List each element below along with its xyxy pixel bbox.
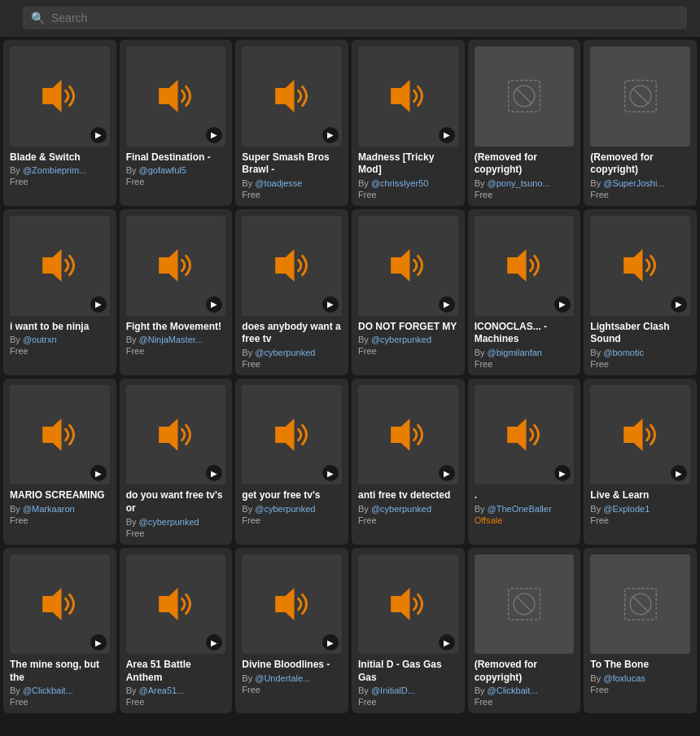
author-link[interactable]: @bomotic (603, 348, 644, 357)
list-item[interactable]: ▶i want to be ninjaBy @outrxnFree (3, 209, 116, 375)
list-item[interactable]: ▶Area 51 Battle AnthemBy @Area51...Free (120, 548, 233, 714)
play-button[interactable]: ▶ (206, 465, 222, 481)
item-price: Free (10, 515, 110, 525)
author-link[interactable]: @cyberpunked (371, 335, 431, 344)
item-thumbnail: ▶ (242, 46, 342, 147)
author-link[interactable]: @Undertale... (255, 673, 310, 683)
list-item[interactable]: (Removed for copyright)By @pony_tsuno...… (468, 40, 581, 206)
item-thumbnail: ▶ (590, 216, 690, 316)
play-button[interactable]: ▶ (554, 465, 571, 481)
play-button[interactable]: ▶ (90, 127, 107, 143)
svg-line-28 (517, 597, 532, 612)
list-item[interactable]: ▶Super Smash Bros Brawl -By @toadjesseFr… (235, 40, 348, 206)
svg-marker-1 (159, 80, 177, 112)
list-item[interactable]: ▶get your free tv'sBy @cyberpunkedFree (235, 379, 348, 545)
list-item[interactable]: ▶Lightsaber Clash SoundBy @bomoticFree (584, 209, 697, 375)
author-link[interactable]: @toadjesse (255, 178, 302, 188)
list-item[interactable]: ▶Fight the Movement!By @NinjaMaster...Fr… (120, 209, 233, 375)
play-button[interactable]: ▶ (671, 465, 687, 481)
author-link[interactable]: @SuperJoshi... (603, 178, 664, 188)
play-button[interactable]: ▶ (439, 465, 455, 481)
author-link[interactable]: @Markaaron (23, 504, 75, 514)
author-link[interactable]: @chrissIyer50 (371, 178, 428, 188)
item-thumbnail: ▶ (358, 46, 458, 147)
list-item[interactable]: ▶Initial D - Gas Gas GasBy @InitialD...F… (352, 548, 465, 714)
item-price: Free (242, 359, 342, 369)
svg-marker-10 (42, 249, 61, 282)
play-button[interactable]: ▶ (439, 296, 455, 313)
list-item[interactable]: (Removed for copyright)By @Clickbait...F… (468, 548, 581, 714)
play-button[interactable]: ▶ (90, 296, 107, 313)
play-button[interactable]: ▶ (90, 634, 107, 651)
list-item[interactable]: ▶MARIO SCREAMINGBy @MarkaaronFree (3, 379, 116, 545)
item-author: By @bigmilanfan (475, 348, 575, 357)
play-button[interactable]: ▶ (322, 634, 339, 651)
play-button[interactable]: ▶ (90, 465, 107, 481)
author-link[interactable]: @Clickbait... (23, 686, 73, 695)
item-author: By @InitialD... (358, 686, 458, 695)
author-link[interactable]: @foxlucas (603, 673, 645, 683)
audio-grid: ▶Blade & SwitchBy @Zombieprim...Free ▶Fi… (0, 37, 700, 716)
list-item[interactable]: ▶Blade & SwitchBy @Zombieprim...Free (3, 40, 116, 206)
play-button[interactable]: ▶ (206, 127, 222, 143)
item-price: Free (242, 685, 342, 694)
author-link[interactable]: @pony_tsuno... (488, 178, 550, 188)
svg-marker-14 (507, 249, 526, 282)
author-link[interactable]: @cyberpunked (371, 504, 431, 514)
search-icon: 🔍 (31, 11, 45, 24)
author-link[interactable]: @bigmilanfan (488, 348, 542, 357)
author-link[interactable]: @gofawful5 (139, 165, 186, 175)
author-link[interactable]: @Explode1 (603, 504, 650, 514)
item-title: Super Smash Bros Brawl - (242, 151, 342, 177)
list-item[interactable]: ▶Live & LearnBy @Explode1Free (584, 379, 697, 545)
svg-marker-22 (42, 588, 61, 620)
search-input[interactable] (51, 11, 679, 24)
item-title: does anybody want a free tv (242, 321, 342, 346)
list-item[interactable]: ▶do you want free tv's orBy @cyberpunked… (120, 379, 233, 545)
item-author: By @Explode1 (590, 504, 690, 514)
item-title: ICONOCLAS... - Machines (475, 321, 575, 346)
author-link[interactable]: @Zombieprim... (23, 165, 86, 175)
play-button[interactable]: ▶ (439, 634, 455, 651)
item-thumbnail: ▶ (242, 216, 342, 316)
list-item[interactable]: (Removed for copyright)By @SuperJoshi...… (584, 40, 697, 206)
list-item[interactable]: ▶ICONOCLAS... - MachinesBy @bigmilanfanF… (468, 209, 581, 375)
author-link[interactable]: @InitialD... (371, 686, 415, 695)
author-link[interactable]: @cyberpunked (255, 348, 315, 357)
play-button[interactable]: ▶ (322, 296, 339, 313)
play-button[interactable]: ▶ (206, 296, 222, 313)
item-title: To The Bone (590, 659, 690, 672)
item-author: By @Area51... (126, 686, 226, 695)
play-button[interactable]: ▶ (322, 465, 339, 481)
play-button[interactable]: ▶ (206, 634, 222, 651)
play-button[interactable]: ▶ (322, 127, 339, 143)
list-item[interactable]: ▶The mine song, but theBy @Clickbait...F… (3, 548, 116, 714)
author-link[interactable]: @Clickbait... (488, 686, 538, 695)
item-title: Initial D - Gas Gas Gas (358, 659, 458, 684)
svg-marker-19 (391, 418, 409, 451)
item-author: By @chrissIyer50 (358, 178, 458, 188)
list-item[interactable]: ▶DO NOT FORGET MYBy @cyberpunkedFree (352, 209, 465, 375)
list-item[interactable]: To The BoneBy @foxlucasFree (584, 548, 697, 714)
list-item[interactable]: ▶does anybody want a free tvBy @cyberpun… (235, 209, 348, 375)
list-item[interactable]: ▶Divine Bloodlines -By @Undertale...Free (235, 548, 348, 714)
svg-marker-2 (275, 80, 294, 112)
list-item[interactable]: ▶Madness [Tricky Mod]By @chrissIyer50Fre… (352, 40, 465, 206)
play-button[interactable]: ▶ (439, 127, 455, 143)
item-title: . (475, 489, 575, 502)
author-link[interactable]: @outrxn (23, 335, 57, 344)
author-link[interactable]: @TheOneBaller (488, 504, 552, 514)
author-link[interactable]: @NinjaMaster... (139, 335, 203, 344)
svg-marker-23 (159, 588, 177, 620)
author-link[interactable]: @cyberpunked (139, 517, 199, 527)
play-button[interactable]: ▶ (554, 296, 571, 313)
list-item[interactable]: ▶anti free tv detectedBy @cyberpunkedFre… (352, 379, 465, 545)
item-price: Free (358, 190, 458, 199)
list-item[interactable]: ▶Final Destination -By @gofawful5Free (120, 40, 233, 206)
author-link[interactable]: @cyberpunked (255, 504, 315, 514)
item-thumbnail: ▶ (126, 554, 226, 655)
author-link[interactable]: @Area51... (139, 686, 185, 695)
item-thumbnail: ▶ (126, 216, 226, 316)
list-item[interactable]: ▶.By @TheOneBallerOffsale (468, 379, 581, 545)
play-button[interactable]: ▶ (671, 296, 687, 313)
